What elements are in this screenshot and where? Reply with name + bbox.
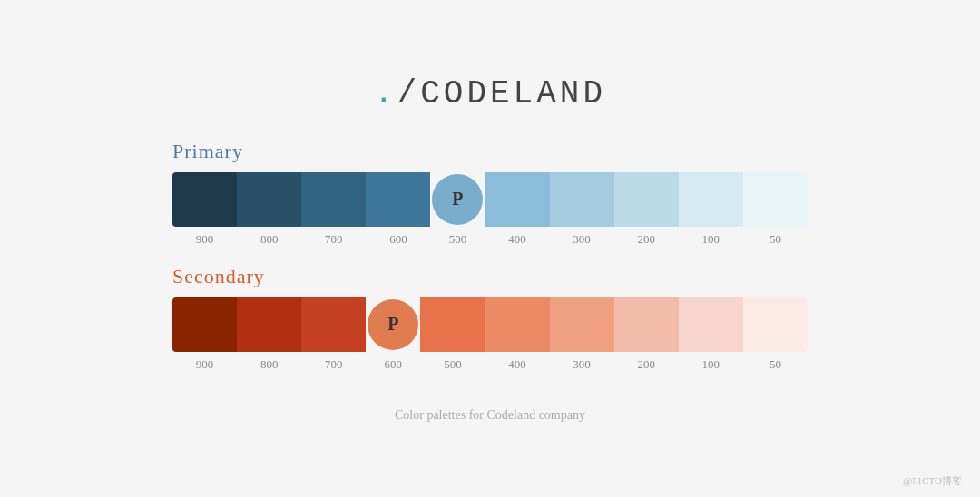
swatch-label-600: 600 bbox=[366, 357, 420, 372]
swatch-label-50: 50 bbox=[743, 232, 808, 247]
swatch-label-800: 800 bbox=[237, 357, 301, 372]
swatch-300 bbox=[550, 297, 614, 352]
swatch-label-300: 300 bbox=[550, 232, 614, 247]
primary-labels-row: 90080070060050040030020010050 bbox=[172, 232, 808, 247]
swatch-label-600: 600 bbox=[366, 232, 430, 247]
swatch-50 bbox=[743, 297, 808, 352]
swatch-700 bbox=[301, 297, 366, 352]
swatch-label-100: 100 bbox=[679, 232, 743, 247]
secondary-palette-section: Secondary P 9008007006005004003002001005… bbox=[172, 265, 808, 372]
swatch-100 bbox=[679, 172, 743, 227]
swatch-100 bbox=[679, 297, 743, 352]
swatch-label-400: 400 bbox=[485, 357, 549, 372]
page-container: ./CODELAND Primary P 9008007006005004003… bbox=[0, 0, 980, 497]
swatch-label-700: 700 bbox=[301, 232, 366, 247]
swatch-label-800: 800 bbox=[237, 232, 301, 247]
swatch-label-400: 400 bbox=[485, 232, 549, 247]
swatch-label-500: 500 bbox=[420, 357, 485, 372]
watermark: @51CTO博客 bbox=[903, 474, 962, 488]
logo-dot: . bbox=[374, 75, 397, 112]
logo-slash: / bbox=[397, 75, 421, 112]
swatch-200 bbox=[614, 297, 679, 352]
swatch-label-900: 900 bbox=[172, 232, 237, 247]
swatch-200 bbox=[614, 172, 679, 227]
swatch-500 bbox=[420, 297, 485, 352]
swatch-800 bbox=[237, 172, 301, 227]
swatch-300 bbox=[550, 172, 614, 227]
swatch-label-900: 900 bbox=[172, 357, 237, 372]
primary-palette-section: Primary P 90080070060050040030020010050 bbox=[172, 140, 808, 247]
secondary-labels-row: 90080070060050040030020010050 bbox=[172, 357, 808, 372]
swatch-label-700: 700 bbox=[301, 357, 366, 372]
palette-marker: P bbox=[430, 174, 485, 225]
swatch-label-200: 200 bbox=[614, 357, 679, 372]
swatch-700 bbox=[301, 172, 366, 227]
logo: ./CODELAND bbox=[374, 75, 606, 112]
secondary-swatches-row: P bbox=[172, 297, 808, 352]
marker-circle: P bbox=[432, 174, 483, 225]
marker-circle: P bbox=[368, 299, 418, 350]
swatch-label-200: 200 bbox=[614, 232, 679, 247]
swatch-label-300: 300 bbox=[550, 357, 614, 372]
swatch-label-50: 50 bbox=[743, 357, 808, 372]
swatch-label-100: 100 bbox=[679, 357, 743, 372]
palette-marker: P bbox=[366, 299, 420, 350]
logo-name: CODELAND bbox=[420, 75, 606, 112]
footer-caption: Color palettes for Codeland company bbox=[395, 408, 585, 423]
secondary-title: Secondary bbox=[172, 265, 808, 288]
swatch-label-500: 500 bbox=[430, 232, 485, 247]
swatch-400 bbox=[485, 297, 549, 352]
swatch-400 bbox=[485, 172, 549, 227]
swatch-900 bbox=[172, 172, 237, 227]
primary-title: Primary bbox=[172, 140, 808, 163]
swatch-800 bbox=[237, 297, 301, 352]
primary-swatches-row: P bbox=[172, 172, 808, 227]
swatch-900 bbox=[172, 297, 237, 352]
swatch-50 bbox=[743, 172, 808, 227]
swatch-600 bbox=[366, 172, 430, 227]
